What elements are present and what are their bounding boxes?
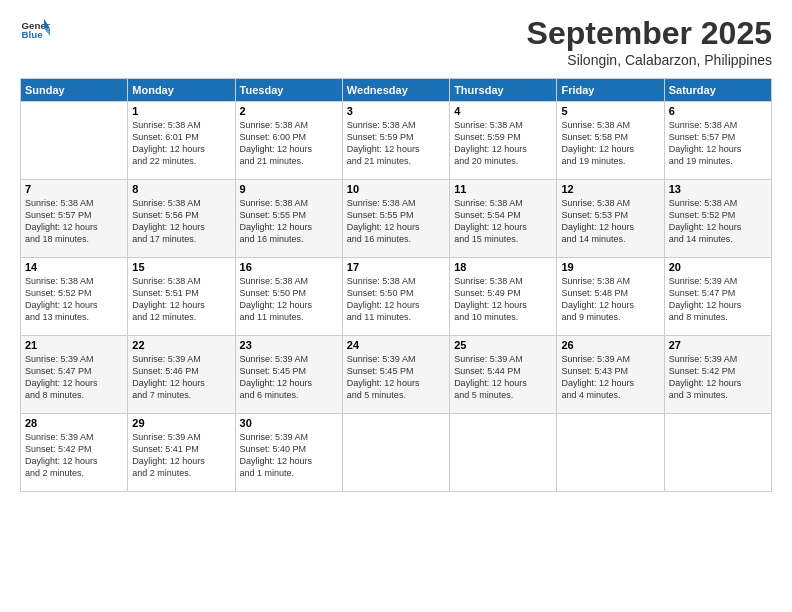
day-number: 15 (132, 261, 230, 273)
day-info: Sunrise: 5:38 AM Sunset: 5:56 PM Dayligh… (132, 197, 230, 246)
calendar-cell: 17Sunrise: 5:38 AM Sunset: 5:50 PM Dayli… (342, 258, 449, 336)
day-number: 10 (347, 183, 445, 195)
calendar-cell: 12Sunrise: 5:38 AM Sunset: 5:53 PM Dayli… (557, 180, 664, 258)
week-row-3: 21Sunrise: 5:39 AM Sunset: 5:47 PM Dayli… (21, 336, 772, 414)
day-number: 28 (25, 417, 123, 429)
calendar-cell: 27Sunrise: 5:39 AM Sunset: 5:42 PM Dayli… (664, 336, 771, 414)
calendar-cell: 3Sunrise: 5:38 AM Sunset: 5:59 PM Daylig… (342, 102, 449, 180)
main-title: September 2025 (527, 15, 772, 52)
day-number: 12 (561, 183, 659, 195)
calendar-cell: 15Sunrise: 5:38 AM Sunset: 5:51 PM Dayli… (128, 258, 235, 336)
day-info: Sunrise: 5:39 AM Sunset: 5:44 PM Dayligh… (454, 353, 552, 402)
day-number: 19 (561, 261, 659, 273)
calendar-cell: 18Sunrise: 5:38 AM Sunset: 5:49 PM Dayli… (450, 258, 557, 336)
day-info: Sunrise: 5:38 AM Sunset: 6:00 PM Dayligh… (240, 119, 338, 168)
day-info: Sunrise: 5:38 AM Sunset: 5:49 PM Dayligh… (454, 275, 552, 324)
day-number: 3 (347, 105, 445, 117)
day-info: Sunrise: 5:38 AM Sunset: 5:55 PM Dayligh… (347, 197, 445, 246)
calendar-cell (450, 414, 557, 492)
week-row-2: 14Sunrise: 5:38 AM Sunset: 5:52 PM Dayli… (21, 258, 772, 336)
day-number: 13 (669, 183, 767, 195)
day-info: Sunrise: 5:38 AM Sunset: 5:57 PM Dayligh… (25, 197, 123, 246)
day-number: 9 (240, 183, 338, 195)
day-number: 4 (454, 105, 552, 117)
calendar-cell: 21Sunrise: 5:39 AM Sunset: 5:47 PM Dayli… (21, 336, 128, 414)
col-header-saturday: Saturday (664, 79, 771, 102)
calendar-cell: 9Sunrise: 5:38 AM Sunset: 5:55 PM Daylig… (235, 180, 342, 258)
day-info: Sunrise: 5:38 AM Sunset: 5:54 PM Dayligh… (454, 197, 552, 246)
day-info: Sunrise: 5:39 AM Sunset: 5:45 PM Dayligh… (240, 353, 338, 402)
day-info: Sunrise: 5:38 AM Sunset: 5:50 PM Dayligh… (240, 275, 338, 324)
calendar-table: SundayMondayTuesdayWednesdayThursdayFrid… (20, 78, 772, 492)
day-info: Sunrise: 5:39 AM Sunset: 5:40 PM Dayligh… (240, 431, 338, 480)
day-info: Sunrise: 5:38 AM Sunset: 5:48 PM Dayligh… (561, 275, 659, 324)
day-number: 5 (561, 105, 659, 117)
calendar-cell: 19Sunrise: 5:38 AM Sunset: 5:48 PM Dayli… (557, 258, 664, 336)
calendar-cell: 6Sunrise: 5:38 AM Sunset: 5:57 PM Daylig… (664, 102, 771, 180)
day-number: 21 (25, 339, 123, 351)
calendar-cell: 5Sunrise: 5:38 AM Sunset: 5:58 PM Daylig… (557, 102, 664, 180)
title-block: September 2025 Silongin, Calabarzon, Phi… (527, 15, 772, 68)
day-number: 2 (240, 105, 338, 117)
day-number: 17 (347, 261, 445, 273)
day-info: Sunrise: 5:39 AM Sunset: 5:47 PM Dayligh… (25, 353, 123, 402)
calendar-cell: 30Sunrise: 5:39 AM Sunset: 5:40 PM Dayli… (235, 414, 342, 492)
day-info: Sunrise: 5:38 AM Sunset: 5:57 PM Dayligh… (669, 119, 767, 168)
day-number: 11 (454, 183, 552, 195)
day-info: Sunrise: 5:38 AM Sunset: 5:53 PM Dayligh… (561, 197, 659, 246)
calendar-cell: 4Sunrise: 5:38 AM Sunset: 5:59 PM Daylig… (450, 102, 557, 180)
day-info: Sunrise: 5:39 AM Sunset: 5:41 PM Dayligh… (132, 431, 230, 480)
day-number: 18 (454, 261, 552, 273)
week-row-1: 7Sunrise: 5:38 AM Sunset: 5:57 PM Daylig… (21, 180, 772, 258)
calendar-cell: 14Sunrise: 5:38 AM Sunset: 5:52 PM Dayli… (21, 258, 128, 336)
col-header-monday: Monday (128, 79, 235, 102)
calendar-cell (557, 414, 664, 492)
day-info: Sunrise: 5:38 AM Sunset: 5:52 PM Dayligh… (669, 197, 767, 246)
day-info: Sunrise: 5:38 AM Sunset: 5:50 PM Dayligh… (347, 275, 445, 324)
day-info: Sunrise: 5:38 AM Sunset: 5:58 PM Dayligh… (561, 119, 659, 168)
calendar-cell (664, 414, 771, 492)
day-number: 16 (240, 261, 338, 273)
calendar-cell: 28Sunrise: 5:39 AM Sunset: 5:42 PM Dayli… (21, 414, 128, 492)
week-row-0: 1Sunrise: 5:38 AM Sunset: 6:01 PM Daylig… (21, 102, 772, 180)
day-info: Sunrise: 5:38 AM Sunset: 6:01 PM Dayligh… (132, 119, 230, 168)
logo-icon: General Blue (20, 15, 50, 45)
day-number: 25 (454, 339, 552, 351)
col-header-friday: Friday (557, 79, 664, 102)
day-info: Sunrise: 5:38 AM Sunset: 5:55 PM Dayligh… (240, 197, 338, 246)
calendar-cell: 29Sunrise: 5:39 AM Sunset: 5:41 PM Dayli… (128, 414, 235, 492)
day-info: Sunrise: 5:38 AM Sunset: 5:51 PM Dayligh… (132, 275, 230, 324)
subtitle: Silongin, Calabarzon, Philippines (527, 52, 772, 68)
day-info: Sunrise: 5:39 AM Sunset: 5:42 PM Dayligh… (669, 353, 767, 402)
day-number: 29 (132, 417, 230, 429)
day-number: 1 (132, 105, 230, 117)
day-info: Sunrise: 5:39 AM Sunset: 5:47 PM Dayligh… (669, 275, 767, 324)
day-number: 6 (669, 105, 767, 117)
day-number: 22 (132, 339, 230, 351)
day-number: 30 (240, 417, 338, 429)
day-info: Sunrise: 5:38 AM Sunset: 5:59 PM Dayligh… (347, 119, 445, 168)
calendar-cell: 22Sunrise: 5:39 AM Sunset: 5:46 PM Dayli… (128, 336, 235, 414)
calendar-cell: 25Sunrise: 5:39 AM Sunset: 5:44 PM Dayli… (450, 336, 557, 414)
day-info: Sunrise: 5:39 AM Sunset: 5:43 PM Dayligh… (561, 353, 659, 402)
col-header-tuesday: Tuesday (235, 79, 342, 102)
day-info: Sunrise: 5:39 AM Sunset: 5:42 PM Dayligh… (25, 431, 123, 480)
day-number: 20 (669, 261, 767, 273)
week-row-4: 28Sunrise: 5:39 AM Sunset: 5:42 PM Dayli… (21, 414, 772, 492)
col-header-thursday: Thursday (450, 79, 557, 102)
calendar-cell (21, 102, 128, 180)
logo: General Blue (20, 15, 50, 45)
day-number: 24 (347, 339, 445, 351)
calendar-cell: 20Sunrise: 5:39 AM Sunset: 5:47 PM Dayli… (664, 258, 771, 336)
col-header-sunday: Sunday (21, 79, 128, 102)
svg-text:Blue: Blue (22, 29, 44, 40)
calendar-cell: 2Sunrise: 5:38 AM Sunset: 6:00 PM Daylig… (235, 102, 342, 180)
calendar-header-row: SundayMondayTuesdayWednesdayThursdayFrid… (21, 79, 772, 102)
day-info: Sunrise: 5:39 AM Sunset: 5:45 PM Dayligh… (347, 353, 445, 402)
header: General Blue September 2025 Silongin, Ca… (20, 15, 772, 68)
calendar-cell: 1Sunrise: 5:38 AM Sunset: 6:01 PM Daylig… (128, 102, 235, 180)
calendar-cell: 10Sunrise: 5:38 AM Sunset: 5:55 PM Dayli… (342, 180, 449, 258)
calendar-cell: 11Sunrise: 5:38 AM Sunset: 5:54 PM Dayli… (450, 180, 557, 258)
calendar-cell: 16Sunrise: 5:38 AM Sunset: 5:50 PM Dayli… (235, 258, 342, 336)
day-number: 26 (561, 339, 659, 351)
